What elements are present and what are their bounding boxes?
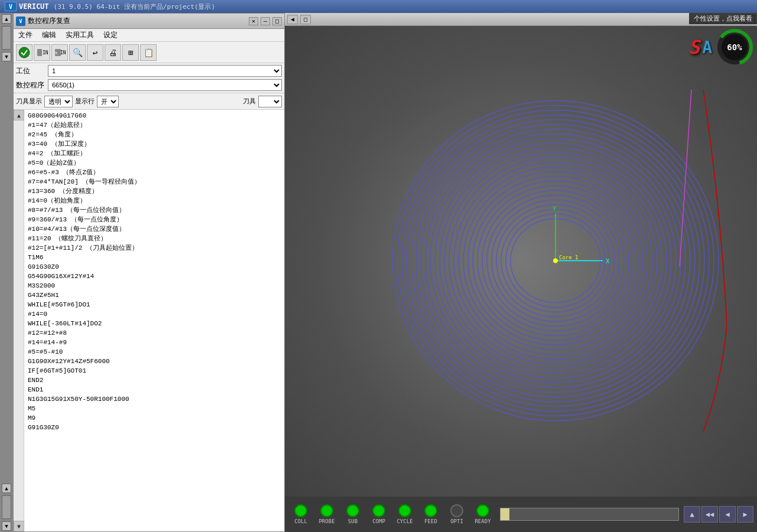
status-sub-btn[interactable]: SUB (340, 504, 365, 524)
job-select[interactable]: 1 (48, 65, 282, 77)
spiral-ring: X Y Core 1 (384, 89, 727, 433)
nc-select[interactable]: 6650(1) (48, 79, 282, 91)
tool-select[interactable] (258, 96, 282, 107)
status-feed-btn[interactable]: FEED (418, 504, 443, 524)
nav-btn-back[interactable]: ◀ (719, 506, 736, 523)
job-field-row: 工位 1 (16, 64, 282, 77)
code-line-32[interactable]: M9 (27, 413, 282, 423)
panel-close-btn[interactable]: ✕ (249, 17, 258, 25)
scroll-up-btn[interactable]: ▲ (14, 110, 24, 120)
code-line-30[interactable]: N1G3G15G91X50Y-50R100F1000 (27, 394, 282, 404)
status-coll-btn[interactable]: COLL (288, 504, 313, 524)
left-strip-btn-3[interactable]: ▼ (2, 52, 11, 61)
panel-minimize-btn[interactable]: — (261, 17, 270, 25)
code-line-33[interactable]: G91G30Z0 (27, 423, 282, 432)
display-row: 刀具显示 透明 显示行 开 刀具 (14, 93, 284, 110)
code-line-31[interactable]: M5 (27, 404, 282, 413)
tb-print-btn[interactable]: 🖨 (105, 44, 121, 61)
app-icon: V (5, 2, 17, 11)
code-line-14[interactable]: #12=[#1+#11]/2 （刀具起始位置） (27, 243, 282, 253)
code-line-20[interactable]: WHILE[#5GT#6]DO1 (27, 300, 282, 309)
show-select[interactable]: 开 (97, 96, 119, 107)
nav-btn-prev[interactable]: ◀◀ (701, 506, 718, 523)
code-line-9[interactable]: #14=0（初始角度） (27, 196, 282, 205)
svg-text:Y: Y (553, 204, 557, 212)
left-strip: ▲ ▼ ▲ ▼ (0, 13, 13, 532)
code-line-4[interactable]: #4=2 （加工螺距） (27, 149, 282, 158)
tb-verify-btn[interactable] (16, 44, 33, 61)
code-line-11[interactable]: #9=360/#13 （每一点位角度） (27, 215, 282, 224)
tb-find-btn[interactable]: 🔍 (69, 44, 86, 61)
code-line-0[interactable]: G80G90G49G17G60 (27, 111, 282, 120)
nc-field-row: 数控程序 6650(1) (16, 79, 282, 92)
panel-maximize-btn[interactable]: □ (272, 17, 282, 25)
tb-copy-btn[interactable]: 📋 (140, 44, 157, 61)
tb-step-btn[interactable]: INC (34, 44, 50, 61)
vp-expand-btn[interactable]: ◀ (287, 15, 298, 24)
left-strip-btn-4[interactable]: ▲ (2, 484, 11, 493)
code-line-21[interactable]: #14=0 (27, 309, 282, 319)
viewport-3d[interactable]: X Y Core 1 (285, 26, 757, 497)
svg-text:Core 1: Core 1 (559, 254, 579, 260)
code-line-16[interactable]: G91G30Z0 (27, 262, 282, 272)
status-comp-btn[interactable]: COMP (366, 504, 391, 524)
code-line-22[interactable]: WHILE[-360LT#14]DO2 (27, 319, 282, 328)
tb-step2-btn[interactable]: ≡INC (51, 44, 68, 61)
code-line-19[interactable]: G43Z#5H1 (27, 291, 282, 300)
nc-panel: V 数控程序复查 ✕ — □ 文件 编辑 实用工具 设定 INC (13, 13, 285, 532)
nav-btn-up[interactable]: ▲ (684, 506, 700, 523)
code-line-3[interactable]: #3=40 （加工深度） (27, 139, 282, 149)
code-line-17[interactable]: G54G90G16X#12Y#14 (27, 272, 282, 281)
code-line-5[interactable]: #5=0（起始Z值） (27, 158, 282, 168)
left-strip-btn-1[interactable]: ▲ (2, 14, 11, 24)
code-line-13[interactable]: #11=20 （螺纹刀具直径） (27, 234, 282, 243)
scroll-down-btn[interactable]: ▼ (14, 521, 24, 531)
nav-btn-fwd[interactable]: ▶ (737, 506, 753, 523)
code-line-15[interactable]: T1M6 (27, 253, 282, 262)
panel-icon: V (16, 17, 25, 26)
code-line-6[interactable]: #6=#5-#3 （终点Z值） (27, 168, 282, 177)
svg-text:X: X (606, 257, 610, 265)
code-line-29[interactable]: END1 (27, 385, 282, 394)
panel-title-label: 数控程序复查 (28, 16, 246, 26)
title-subtitle: (31 9.0.5) 64-bit 没有当前产品/project(显示) (54, 2, 215, 11)
vp-btn2[interactable]: □ (300, 15, 311, 24)
title-bar: V VERICUT (31 9.0.5) 64-bit 没有当前产品/proje… (0, 0, 757, 13)
menu-file[interactable]: 文件 (16, 30, 35, 40)
code-line-18[interactable]: M3S2000 (27, 281, 282, 291)
svg-text:INC: INC (60, 50, 66, 56)
code-area[interactable]: G80G90G49G17G60#1=47（起始底径）#2=45 （角度）#3=4… (24, 110, 284, 531)
code-line-23[interactable]: #12=#12+#8 (27, 328, 282, 338)
fields-area: 工位 1 数控程序 6650(1) (14, 63, 284, 93)
status-ready-btn[interactable]: READY (470, 504, 495, 524)
tb-undo-btn[interactable]: ↩ (87, 44, 103, 61)
left-strip-btn-6[interactable]: ▼ (2, 521, 11, 531)
left-strip-btn-5[interactable] (2, 495, 11, 519)
code-line-7[interactable]: #7=#4*TAN[20] （每一导程径向值） (27, 177, 282, 187)
code-line-26[interactable]: G1G90X#12Y#14Z#5F6000 (27, 357, 282, 366)
left-strip-btn-2[interactable] (2, 26, 11, 50)
display-select[interactable]: 透明 (44, 96, 73, 107)
tb-split-btn[interactable]: ⊞ (122, 44, 139, 61)
code-line-8[interactable]: #13=360 （分度精度） (27, 187, 282, 196)
status-cycle-btn[interactable]: CYCLE (392, 504, 417, 524)
code-line-24[interactable]: #14=#14-#9 (27, 338, 282, 347)
menu-settings[interactable]: 设定 (101, 30, 120, 40)
code-line-10[interactable]: #8=#7/#13 （每一点位径向值） (27, 205, 282, 215)
code-line-28[interactable]: END2 (27, 376, 282, 385)
svg-rect-1 (37, 49, 42, 56)
brand-s-logo: S (688, 36, 700, 58)
status-opti-btn[interactable]: OPTI (444, 504, 469, 524)
svg-point-36 (553, 258, 558, 263)
menu-edit[interactable]: 编辑 (40, 30, 59, 40)
status-probe-btn[interactable]: PROBE (314, 504, 339, 524)
code-line-27[interactable]: IF[#6GT#5]GOT01 (27, 366, 282, 376)
code-line-1[interactable]: #1=47（起始底径） (27, 120, 282, 130)
info-banner[interactable]: 个性设置，点我看看 (689, 13, 757, 24)
code-line-25[interactable]: #5=#5-#10 (27, 347, 282, 357)
code-line-12[interactable]: #10=#4/#13（每一点位深度值） (27, 224, 282, 234)
brand-progress-circle: 60% (714, 27, 755, 67)
panel-title-bar: V 数控程序复查 ✕ — □ (14, 14, 284, 29)
code-line-2[interactable]: #2=45 （角度） (27, 130, 282, 139)
menu-tools[interactable]: 实用工具 (63, 30, 96, 40)
